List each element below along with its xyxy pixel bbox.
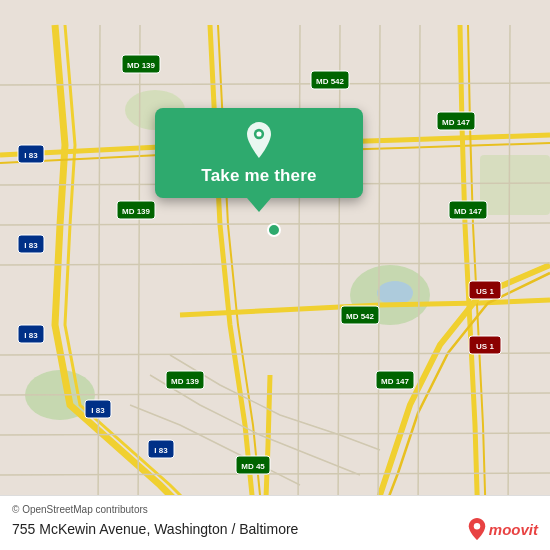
svg-text:I 83: I 83 xyxy=(154,446,168,455)
svg-text:MD 147: MD 147 xyxy=(454,207,483,216)
svg-text:MD 139: MD 139 xyxy=(122,207,151,216)
svg-text:US 1: US 1 xyxy=(476,287,494,296)
svg-text:I 83: I 83 xyxy=(91,406,105,415)
svg-point-5 xyxy=(377,281,413,305)
map-roads: I 83 I 83 I 83 I 83 I 83 MD 139 MD 139 M… xyxy=(0,0,550,550)
svg-text:MD 45: MD 45 xyxy=(241,462,265,471)
svg-text:I 83: I 83 xyxy=(24,331,38,340)
moovit-pin-icon xyxy=(468,518,486,540)
bottom-bar: © OpenStreetMap contributors 755 McKewin… xyxy=(0,495,550,550)
map-container: I 83 I 83 I 83 I 83 I 83 MD 139 MD 139 M… xyxy=(0,0,550,550)
svg-text:MD 147: MD 147 xyxy=(442,118,471,127)
map-popup: Take me there xyxy=(155,108,363,198)
take-me-there-button[interactable]: Take me there xyxy=(201,166,316,186)
location-pin-icon xyxy=(241,122,277,158)
address-text: 755 McKewin Avenue, Washington / Baltimo… xyxy=(12,521,298,537)
svg-text:MD 147: MD 147 xyxy=(381,377,410,386)
svg-rect-4 xyxy=(480,155,550,215)
svg-point-53 xyxy=(268,224,280,236)
svg-text:MD 139: MD 139 xyxy=(171,377,200,386)
svg-text:I 83: I 83 xyxy=(24,151,38,160)
moovit-brand-text: moovit xyxy=(489,521,538,538)
svg-point-55 xyxy=(256,131,261,136)
svg-text:MD 139: MD 139 xyxy=(127,61,156,70)
svg-point-56 xyxy=(474,523,480,529)
svg-text:I 83: I 83 xyxy=(24,241,38,250)
svg-text:MD 542: MD 542 xyxy=(316,77,345,86)
svg-text:US 1: US 1 xyxy=(476,342,494,351)
address-line: 755 McKewin Avenue, Washington / Baltimo… xyxy=(12,518,538,540)
svg-text:MD 542: MD 542 xyxy=(346,312,375,321)
moovit-logo: moovit xyxy=(468,518,538,540)
map-attribution: © OpenStreetMap contributors xyxy=(12,504,538,515)
